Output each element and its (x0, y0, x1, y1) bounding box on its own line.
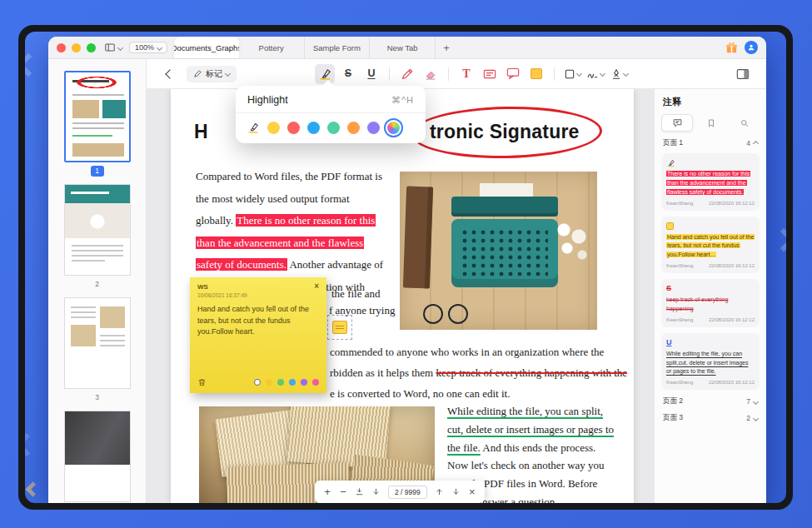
annotation-card-note[interactable]: Hand and catch you fell out of the tears… (661, 217, 760, 274)
tab-documents-graphs[interactable]: Documents_Graphs (174, 37, 239, 58)
sticky-note-popup[interactable]: WS × 10/06/2021 16:37:49 Hand and catch … (190, 277, 326, 393)
page-thumbnail-4[interactable] (64, 411, 131, 502)
note-color-purple[interactable] (301, 379, 308, 386)
view-mode-dropdown[interactable] (104, 42, 122, 53)
shapes-tool[interactable] (562, 64, 582, 84)
green-underline-annotation[interactable]: While editing the file, you can split, (447, 405, 603, 417)
text-box-tool[interactable] (480, 64, 500, 84)
tab-label: Sample Form (313, 43, 361, 52)
red-highlight-annotation[interactable]: than the advancement and the flawless (196, 237, 364, 249)
pdf-page[interactable]: H tronic Signature Compared to Word file… (171, 89, 634, 503)
strikethrough-tool[interactable]: S (338, 64, 358, 84)
zoom-level-select[interactable]: 100% (129, 42, 167, 53)
signature-tool[interactable] (585, 64, 605, 84)
annotation-card-highlight[interactable]: There is no other reason for this than t… (661, 153, 760, 211)
note-color-blue[interactable] (289, 379, 296, 386)
annotation-text: keep track of everything happening (666, 296, 755, 314)
annotation-card-underline[interactable]: U While editing the file, you can split,… (661, 333, 760, 391)
count-value: 4 (746, 139, 750, 147)
note-close-button[interactable]: × (314, 283, 319, 290)
page-thumbnail-2[interactable] (64, 184, 131, 276)
close-window-button[interactable] (57, 43, 66, 52)
red-oval-annotation[interactable] (410, 105, 602, 160)
page-thumbnail-1[interactable] (64, 71, 131, 162)
selected-note-annotation[interactable] (327, 315, 352, 340)
strikethrough-annotation[interactable]: keep track of everything happening with … (436, 366, 627, 379)
annotation-card-strikethrough[interactable]: S keep track of everything happening Kwa… (661, 279, 760, 327)
swatch-yellow[interactable] (267, 122, 280, 134)
sticky-note-marker-icon[interactable] (332, 321, 347, 334)
tool-group: S U T (313, 64, 630, 84)
highlighter-tool[interactable] (315, 64, 335, 84)
pdf-editor-window: 100% Documents_Graphs Pottery Sample For… (48, 37, 766, 503)
next-page-button[interactable] (451, 487, 461, 496)
chevron-down-icon (575, 71, 581, 77)
swatch-purple[interactable] (367, 122, 380, 134)
arrow-up-icon (435, 487, 444, 496)
page-thumbnail-3[interactable] (64, 297, 131, 389)
toggle-right-panel-button[interactable] (733, 64, 753, 84)
highlighted-text: There is no other reason for this than t… (666, 171, 750, 195)
underline-tool[interactable]: U (361, 64, 381, 84)
gift-icon (725, 42, 738, 54)
tab-new-tab[interactable]: New Tab (370, 37, 436, 58)
swatch-red[interactable] (287, 122, 300, 134)
chevron-down-icon (157, 44, 162, 50)
note-color-pink[interactable] (312, 379, 320, 386)
text-line: the file. And this ends the process. (447, 439, 625, 457)
eraser-tool[interactable] (421, 64, 441, 84)
tab-pottery[interactable]: Pottery (239, 37, 305, 58)
zoom-out-button[interactable]: − (339, 486, 347, 497)
swatch-orange[interactable] (347, 122, 360, 134)
page-number-badge: 3 (91, 392, 104, 403)
tab-sample-form[interactable]: Sample Form (305, 37, 371, 58)
callout-tool[interactable] (503, 64, 523, 84)
red-highlight-annotation[interactable]: safety of documents. (196, 258, 287, 271)
red-highlight-annotation[interactable]: There is no other reason for this (236, 214, 376, 227)
strikethrough-icon: S (345, 68, 351, 79)
bookmarks-view-button[interactable] (696, 114, 726, 132)
text-box-icon (483, 68, 496, 80)
note-color-yellow[interactable] (266, 379, 273, 386)
swatch-multicolor-selected[interactable] (387, 122, 400, 134)
page-1-section-header[interactable]: 页面 1 4 (663, 138, 758, 148)
download-button[interactable] (371, 487, 381, 496)
text-line: the most widely used output format (196, 188, 396, 211)
back-button[interactable] (163, 67, 177, 81)
text-line: safety of documents. Another advantage o… (196, 254, 396, 276)
stamp-tool[interactable] (609, 64, 629, 84)
account-button[interactable] (745, 41, 758, 54)
page-2-section-header[interactable]: 页面 2 7 (663, 396, 758, 406)
page-number-input[interactable]: 2 / 9999 (388, 486, 427, 499)
note-color-green[interactable] (277, 379, 285, 386)
pencil-tool[interactable] (397, 64, 417, 84)
add-tab-button[interactable]: + (436, 42, 457, 54)
page-3-section-header[interactable]: 页面 3 2 (663, 413, 758, 423)
first-page-button[interactable] (355, 487, 364, 496)
promotion-button[interactable] (725, 42, 738, 54)
chevron-down-icon (622, 71, 628, 77)
green-underline-annotation[interactable]: cut, delete or insert images or pages to (447, 423, 614, 436)
swatch-green[interactable] (327, 122, 340, 134)
swatch-blue[interactable] (307, 122, 320, 134)
text-tool[interactable]: T (456, 64, 476, 84)
sticky-note-tool[interactable] (526, 64, 546, 84)
toolbar-divider (554, 67, 555, 81)
section-count: 7 (746, 397, 758, 406)
note-color-white[interactable] (254, 379, 262, 386)
green-underline-annotation[interactable]: the file. (447, 441, 481, 454)
comments-view-button[interactable] (661, 114, 693, 132)
text-line: cut, delete or insert images or pages to (447, 421, 625, 439)
minimize-window-button[interactable] (72, 43, 81, 52)
search-view-button[interactable] (730, 114, 760, 132)
window-tab-bar: 100% Documents_Graphs Pottery Sample For… (48, 37, 766, 59)
strikethrough-icon: S (666, 285, 671, 292)
previous-page-button[interactable] (435, 487, 444, 496)
markup-mode-dropdown[interactable]: 标记 (187, 66, 237, 82)
paragraph-2: commended to anyone who works in an orga… (330, 341, 633, 404)
zoom-window-button[interactable] (87, 43, 96, 52)
document-canvas[interactable]: H tronic Signature Compared to Word file… (147, 89, 654, 503)
close-navigator-button[interactable]: × (468, 486, 476, 497)
zoom-in-button[interactable]: + (323, 486, 331, 497)
trash-icon[interactable] (197, 377, 207, 387)
